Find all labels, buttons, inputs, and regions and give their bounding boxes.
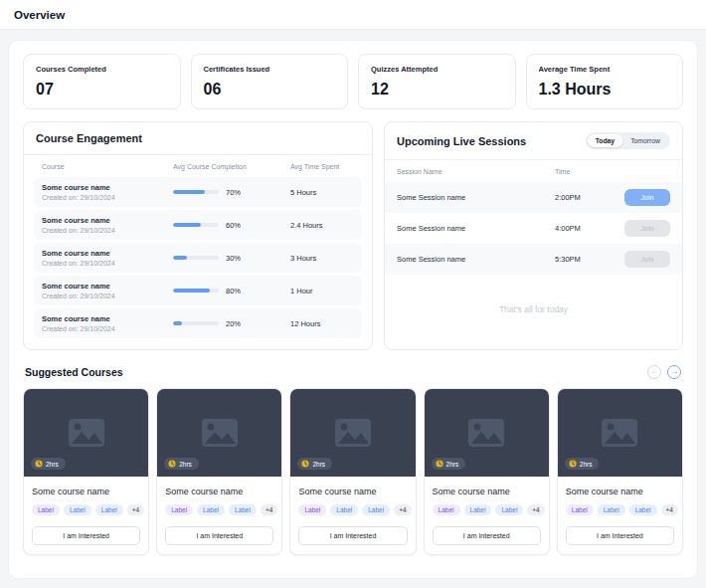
course-time-spent: 2.4 Hours (290, 221, 354, 230)
label-chip: Label (598, 504, 625, 515)
interested-button[interactable]: I am Interested (32, 526, 140, 545)
course-row: Some course name Created on: 29/10/2024 … (34, 308, 362, 338)
label-chip: Label (362, 504, 390, 515)
progress-bar (173, 256, 219, 260)
suggested-cards-row: 2hrs Some course name Label Label Label … (23, 388, 683, 555)
image-icon (201, 418, 239, 448)
duration-label: 2hrs (312, 461, 325, 468)
more-labels-chip[interactable]: +4 (527, 504, 544, 515)
course-card[interactable]: 2hrs Some course name Label Label Label … (289, 388, 416, 555)
course-name: Some course name (42, 216, 173, 225)
course-thumbnail: 2hrs (24, 389, 148, 477)
column-session-time: Time (555, 168, 670, 175)
course-card-title: Some course name (566, 487, 674, 496)
course-name: Some course name (42, 249, 173, 258)
duration-badge: 2hrs (31, 458, 66, 470)
progress-fill (173, 256, 187, 260)
join-button-disabled[interactable]: Join (624, 251, 670, 268)
course-name: Some course name (42, 183, 173, 192)
course-labels: Label Label Label +4 (165, 504, 273, 515)
clock-icon (569, 460, 577, 468)
image-icon (467, 418, 505, 448)
course-card-body: Some course name Label Label Label +4 I … (425, 477, 549, 554)
session-time: 2:00PM (555, 193, 624, 202)
course-time-spent: 12 Hours (290, 319, 354, 328)
more-labels-chip[interactable]: +4 (394, 504, 411, 515)
interested-button[interactable]: I am Interested (433, 526, 541, 545)
more-labels-chip[interactable]: +4 (261, 504, 277, 515)
label-chip: Label (95, 504, 123, 515)
stat-value: 06 (204, 81, 336, 98)
course-time-spent: 5 Hours (290, 188, 354, 197)
completion-percent: 60% (226, 221, 241, 230)
course-card[interactable]: 2hrs Some course name Label Label Label … (557, 388, 683, 555)
session-name: Some Session name (397, 224, 555, 233)
course-info: Some course name Created on: 29/10/2024 (42, 249, 173, 267)
course-card-title: Some course name (165, 487, 273, 496)
image-icon (601, 418, 638, 448)
duration-label: 2hrs (446, 461, 459, 468)
image-icon (334, 418, 372, 448)
completion-percent: 30% (226, 254, 241, 263)
duration-badge: 2hrs (565, 458, 600, 470)
join-button[interactable]: Join (624, 189, 670, 206)
more-labels-chip[interactable]: +4 (661, 504, 678, 515)
interested-button[interactable]: I am Interested (566, 526, 674, 545)
more-labels-chip[interactable]: +4 (127, 504, 144, 515)
duration-label: 2hrs (580, 461, 593, 468)
course-thumbnail: 2hrs (425, 389, 549, 477)
column-avg-time: Avg Time Spent (290, 163, 354, 170)
duration-badge: 2hrs (432, 458, 466, 470)
label-chip: Label (298, 504, 326, 515)
progress-fill (173, 190, 205, 194)
course-card-body: Some course name Label Label Label +4 I … (558, 477, 682, 554)
progress-bar (173, 190, 219, 194)
course-completion: 60% (173, 221, 290, 230)
live-sessions-title: Upcoming Live Sessions (397, 135, 526, 147)
course-time-spent: 1 Hour (290, 287, 354, 295)
stat-value: 12 (371, 81, 503, 98)
stat-value: 1.3 Hours (539, 81, 671, 98)
course-info: Some course name Created on: 29/10/2024 (42, 183, 173, 201)
toggle-tomorrow[interactable]: Tomorrow (622, 134, 668, 147)
topbar: Overview (0, 0, 706, 30)
course-thumbnail: 2hrs (290, 389, 415, 477)
session-name: Some Session name (397, 255, 555, 264)
live-sessions-panel: Upcoming Live Sessions Today Tomorrow Se… (384, 121, 683, 350)
course-info: Some course name Created on: 29/10/2024 (42, 282, 173, 299)
interested-button[interactable]: I am Interested (165, 526, 273, 545)
course-card[interactable]: 2hrs Some course name Label Label Label … (23, 388, 149, 555)
course-card[interactable]: 2hrs Some course name Label Label Label … (424, 388, 550, 555)
stat-label: Courses Completed (36, 65, 168, 74)
column-avg-completion: Avg Course Completion (173, 163, 290, 170)
arrow-right-circle-icon[interactable]: → (667, 365, 681, 379)
course-created-date: Created on: 29/10/2024 (42, 260, 173, 267)
join-button-disabled[interactable]: Join (624, 220, 670, 237)
stat-label: Certificates Issued (204, 65, 336, 74)
course-card-body: Some course name Label Label Label +4 I … (290, 477, 415, 554)
arrow-left-circle-icon[interactable]: ← (647, 365, 661, 379)
course-card[interactable]: 2hrs Some course name Label Label Label … (156, 388, 282, 555)
stat-card: Courses Completed 07 (23, 54, 181, 109)
completion-percent: 80% (226, 287, 241, 295)
progress-fill (173, 321, 182, 325)
label-chip: Label (32, 504, 60, 515)
interested-button[interactable]: I am Interested (298, 526, 407, 545)
completion-percent: 70% (226, 188, 241, 197)
course-completion: 80% (173, 287, 290, 295)
clock-icon (436, 460, 443, 468)
label-chip: Label (229, 504, 257, 515)
course-card-title: Some course name (32, 487, 140, 496)
clock-icon (301, 460, 309, 468)
course-table-header: Course Avg Course Completion Avg Time Sp… (24, 155, 372, 177)
column-session-name: Session Name (397, 168, 555, 175)
label-chip: Label (64, 504, 91, 515)
course-labels: Label Label Label +4 (433, 504, 541, 515)
course-row: Some course name Created on: 29/10/2024 … (34, 210, 362, 240)
course-info: Some course name Created on: 29/10/2024 (42, 216, 173, 234)
course-thumbnail: 2hrs (157, 389, 281, 477)
toggle-today[interactable]: Today (588, 134, 623, 147)
stats-row: Courses Completed 07 Certificates Issued… (23, 54, 683, 109)
progress-bar (173, 223, 219, 227)
label-chip: Label (464, 504, 492, 515)
